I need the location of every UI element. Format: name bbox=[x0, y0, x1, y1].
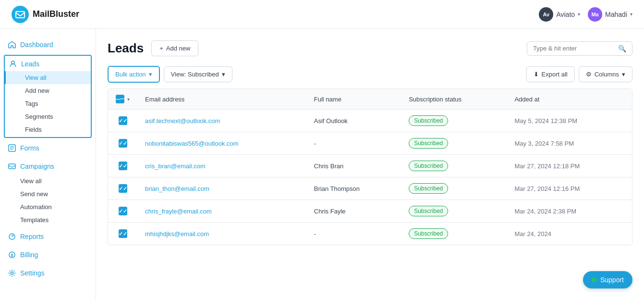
add-new-button[interactable]: + Add new bbox=[151, 40, 198, 56]
toolbar: Bulk action ▾ View: Subscribed ▾ ⬇ Expor… bbox=[108, 66, 632, 88]
row-checkbox[interactable]: ✓ bbox=[119, 229, 127, 238]
view-chevron-icon: ▾ bbox=[222, 71, 225, 78]
forms-icon bbox=[8, 144, 16, 152]
svg-rect-0 bbox=[16, 12, 24, 18]
status-badge: Subscribed bbox=[409, 115, 448, 126]
table-header-row: — ▾ Email address Full name Subscription… bbox=[108, 89, 632, 110]
row-email: cris_bran@email.com bbox=[137, 155, 306, 177]
svg-text:$: $ bbox=[11, 253, 13, 258]
sidebar-item-leads[interactable]: Leads bbox=[5, 57, 91, 71]
sidebar-item-campaigns[interactable]: Campaigns bbox=[0, 158, 96, 175]
sidebar-subitem-send-new[interactable]: Send new bbox=[0, 188, 96, 200]
logo[interactable]: MailBluster bbox=[12, 6, 79, 23]
checkbox-dropdown-icon[interactable]: ▾ bbox=[127, 97, 130, 102]
export-all-button[interactable]: ⬇ Export all bbox=[526, 66, 575, 82]
sidebar-subitem-templates[interactable]: Templates bbox=[0, 213, 96, 226]
home-icon bbox=[8, 40, 16, 49]
sidebar-item-billing[interactable]: $ Billing bbox=[0, 247, 96, 263]
sidebar-subitem-camp-view-all[interactable]: View all bbox=[0, 175, 96, 188]
email-link[interactable]: chris_frayle@email.com bbox=[145, 208, 212, 215]
sidebar-section-settings: Settings bbox=[0, 265, 96, 281]
row-checkbox[interactable]: ✓ bbox=[119, 116, 127, 125]
bulk-action-button[interactable]: Bulk action ▾ bbox=[108, 66, 160, 83]
row-checkbox[interactable]: ✓ bbox=[119, 162, 127, 170]
row-added: May 3, 2024 7:58 PM bbox=[507, 132, 632, 155]
aviato-switcher[interactable]: Av Aviato ▾ bbox=[539, 7, 580, 22]
bulk-action-label: Bulk action bbox=[115, 71, 146, 78]
layout: Dashboard Leads View all Add new Tags bbox=[0, 29, 644, 300]
sidebar-item-forms[interactable]: Forms bbox=[0, 140, 96, 156]
select-all-checkbox[interactable]: — bbox=[116, 95, 124, 103]
search-input[interactable] bbox=[533, 45, 614, 52]
export-label: Export all bbox=[542, 71, 568, 78]
sidebar-subitem-add-new[interactable]: Add new bbox=[5, 84, 91, 97]
status-badge: Subscribed bbox=[409, 183, 448, 194]
row-email: nobonitabiswas565@outlook.com bbox=[137, 132, 306, 155]
row-status: Subscribed bbox=[401, 223, 507, 245]
sidebar-section-forms: Forms bbox=[0, 140, 96, 156]
aviato-label: Aviato bbox=[556, 11, 575, 18]
page-title: Leads bbox=[108, 41, 144, 56]
app-name: MailBluster bbox=[33, 9, 79, 19]
columns-label: Columns bbox=[595, 71, 619, 78]
email-link[interactable]: cris_bran@email.com bbox=[145, 162, 206, 170]
sidebar-subitem-tags[interactable]: Tags bbox=[5, 97, 91, 110]
row-status: Subscribed bbox=[401, 155, 507, 177]
view-label: View: Subscribed bbox=[171, 71, 219, 78]
sidebar-subitem-fields[interactable]: Fields bbox=[5, 123, 91, 136]
th-checkbox: — ▾ bbox=[108, 89, 137, 110]
table-row: ✓ mhisjhdjks@email.com - Subscribed Mar … bbox=[108, 223, 632, 245]
page-header: Leads + Add new 🔍 bbox=[108, 40, 632, 56]
row-checkbox[interactable]: ✓ bbox=[119, 184, 127, 193]
columns-button[interactable]: ⚙ Columns ▾ bbox=[579, 66, 632, 82]
email-link[interactable]: mhisjhdjks@email.com bbox=[145, 230, 209, 238]
row-fullname: Brian Thompson bbox=[306, 177, 401, 200]
table-row: ✓ nobonitabiswas565@outlook.com - Subscr… bbox=[108, 132, 632, 155]
row-checkbox-cell: ✓ bbox=[108, 132, 137, 155]
status-badge: Subscribed bbox=[409, 138, 448, 149]
email-link[interactable]: nobonitabiswas565@outlook.com bbox=[145, 140, 239, 147]
search-icon: 🔍 bbox=[618, 45, 626, 52]
leads-table-wrapper: — ▾ Email address Full name Subscription… bbox=[108, 88, 632, 245]
table-row: ✓ cris_bran@email.com Chris Bran Subscri… bbox=[108, 155, 632, 177]
table-row: ✓ asif.technext@outlook.com Asif Outlook… bbox=[108, 110, 632, 132]
leads-label: Leads bbox=[21, 60, 39, 68]
row-checkbox[interactable]: ✓ bbox=[119, 207, 127, 215]
svg-rect-6 bbox=[9, 164, 15, 169]
row-status: Subscribed bbox=[401, 177, 507, 200]
th-email: Email address bbox=[137, 89, 306, 110]
view-filter-button[interactable]: View: Subscribed ▾ bbox=[164, 66, 232, 82]
logo-icon bbox=[12, 6, 29, 23]
sidebar-subitem-automation[interactable]: Automation bbox=[0, 200, 96, 213]
table-body: ✓ asif.technext@outlook.com Asif Outlook… bbox=[108, 110, 632, 245]
email-link[interactable]: asif.technext@outlook.com bbox=[145, 117, 220, 125]
sidebar-subitem-view-all[interactable]: View all bbox=[5, 71, 91, 84]
columns-icon: ⚙ bbox=[586, 71, 592, 78]
row-checkbox-cell: ✓ bbox=[108, 200, 137, 223]
row-status: Subscribed bbox=[401, 110, 507, 132]
support-button[interactable]: Support bbox=[583, 271, 632, 288]
toolbar-right: ⬇ Export all ⚙ Columns ▾ bbox=[526, 66, 633, 82]
row-status: Subscribed bbox=[401, 200, 507, 223]
user-icon bbox=[9, 60, 17, 68]
email-link[interactable]: brian_thon@email.com bbox=[145, 185, 209, 192]
sidebar-subitem-segments[interactable]: Segments bbox=[5, 110, 91, 123]
sidebar-item-reports[interactable]: Reports bbox=[0, 228, 96, 245]
sidebar-item-settings[interactable]: Settings bbox=[0, 265, 96, 281]
settings-icon bbox=[8, 269, 16, 277]
row-checkbox[interactable]: ✓ bbox=[119, 139, 127, 148]
settings-label: Settings bbox=[20, 269, 45, 277]
row-fullname: Chris Fayle bbox=[306, 200, 401, 223]
mahadi-switcher[interactable]: Ma Mahadi ▾ bbox=[588, 7, 632, 22]
row-fullname: - bbox=[306, 132, 401, 155]
forms-label: Forms bbox=[20, 144, 39, 152]
sidebar-item-dashboard[interactable]: Dashboard bbox=[0, 37, 96, 53]
row-checkbox-cell: ✓ bbox=[108, 223, 137, 245]
add-new-label: Add new bbox=[166, 45, 191, 52]
mahadi-avatar: Ma bbox=[588, 7, 602, 22]
row-email: brian_thon@email.com bbox=[137, 177, 306, 200]
sidebar: Dashboard Leads View all Add new Tags bbox=[0, 29, 96, 300]
row-email: asif.technext@outlook.com bbox=[137, 110, 306, 132]
mahadi-label: Mahadi bbox=[605, 11, 627, 18]
row-added: Mar 27, 2024 12:18 PM bbox=[507, 155, 632, 177]
